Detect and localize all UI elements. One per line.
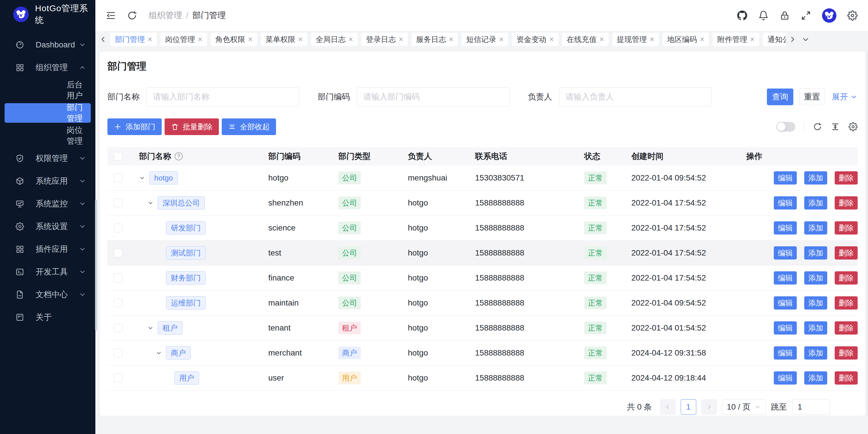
tab-menu-permission[interactable]: 菜单权限× <box>261 33 307 46</box>
department-name-tag[interactable]: 财务部门 <box>166 271 206 285</box>
tab-role[interactable]: 角色权限× <box>211 33 257 46</box>
leader-input[interactable] <box>559 87 712 106</box>
add-button[interactable]: 添加 <box>804 321 827 335</box>
tab-attachment[interactable]: 附件管理× <box>713 33 759 46</box>
tab-service-log[interactable]: 服务日志× <box>412 33 458 46</box>
close-icon[interactable]: × <box>348 36 353 44</box>
close-icon[interactable]: × <box>549 36 554 44</box>
next-page-button[interactable] <box>702 399 717 415</box>
tab-post[interactable]: 岗位管理× <box>161 33 207 46</box>
add-button[interactable]: 添加 <box>804 246 827 260</box>
close-icon[interactable]: × <box>298 36 303 44</box>
sidebar-item-about[interactable]: 关于 <box>5 308 91 327</box>
refresh-icon[interactable] <box>127 10 137 21</box>
chevron-down-icon[interactable] <box>147 200 158 206</box>
sidebar-item-department[interactable]: 部门管理 <box>5 103 91 123</box>
tab-login-log[interactable]: 登录日志× <box>361 33 408 46</box>
close-icon[interactable]: × <box>248 36 253 44</box>
department-name-input[interactable] <box>147 87 299 106</box>
department-name-tag[interactable]: 运维部门 <box>166 296 206 310</box>
add-button[interactable]: 添加 <box>804 196 827 209</box>
tab-withdraw[interactable]: 提现管理× <box>612 33 659 46</box>
department-name-tag[interactable]: 研发部门 <box>166 221 206 234</box>
sidebar-item-plugins[interactable]: 插件应用 <box>5 239 91 259</box>
row-checkbox[interactable] <box>114 324 122 332</box>
sidebar-item-system-settings[interactable]: 系统设置 <box>5 217 91 236</box>
tab-region-code[interactable]: 地区编码× <box>663 33 709 46</box>
edit-button[interactable]: 编辑 <box>774 346 797 359</box>
row-checkbox[interactable] <box>114 273 122 282</box>
add-button[interactable]: 添加 <box>804 296 827 310</box>
avatar[interactable] <box>822 8 836 23</box>
add-button[interactable]: 添加 <box>804 221 827 234</box>
edit-button[interactable]: 编辑 <box>774 371 797 384</box>
tabs-scroll-left-icon[interactable] <box>99 35 107 44</box>
lock-icon[interactable] <box>779 10 790 21</box>
row-checkbox[interactable] <box>114 374 122 382</box>
tab-notice[interactable]: 通知公告× <box>763 33 786 46</box>
close-icon[interactable]: × <box>148 36 152 44</box>
tab-fund-change[interactable]: 资金变动× <box>512 33 558 46</box>
row-checkbox[interactable] <box>114 174 122 182</box>
row-checkbox[interactable] <box>114 299 122 307</box>
gear-icon[interactable] <box>847 10 858 21</box>
sidebar-item-backend-users[interactable]: 后台用户 <box>5 81 91 100</box>
chevron-down-icon[interactable] <box>147 325 158 331</box>
delete-button[interactable]: 删除 <box>835 271 858 285</box>
sidebar-item-permission[interactable]: 权限管理 <box>5 149 91 168</box>
delete-button[interactable]: 删除 <box>835 296 858 310</box>
collapse-sidebar-icon[interactable] <box>106 10 116 21</box>
chevron-down-icon[interactable] <box>156 350 166 356</box>
close-icon[interactable]: × <box>399 36 403 44</box>
collapse-all-button[interactable]: 全部收起 <box>222 118 276 135</box>
select-all-checkbox[interactable] <box>114 152 122 161</box>
close-icon[interactable]: × <box>449 36 454 44</box>
close-icon[interactable]: × <box>499 36 503 44</box>
expand-toggle[interactable]: 展开 <box>832 91 858 102</box>
sidebar-item-system-app[interactable]: 系统应用 <box>5 171 91 191</box>
close-icon[interactable]: × <box>198 36 203 44</box>
edit-button[interactable]: 编辑 <box>774 196 797 209</box>
add-button[interactable]: 添加 <box>804 346 827 359</box>
striped-toggle[interactable] <box>776 122 795 132</box>
page-size-select[interactable]: 10 / 页 <box>722 399 766 415</box>
reset-button[interactable]: 重置 <box>799 89 825 105</box>
edit-button[interactable]: 编辑 <box>774 271 797 285</box>
column-settings-gear-icon[interactable] <box>848 122 858 132</box>
sidebar-item-post[interactable]: 岗位管理 <box>5 126 91 145</box>
delete-button[interactable]: 删除 <box>835 171 858 184</box>
close-icon[interactable]: × <box>700 36 705 44</box>
fullscreen-icon[interactable] <box>801 10 811 21</box>
content-scrollbar[interactable] <box>867 52 868 415</box>
delete-button[interactable]: 删除 <box>835 371 858 384</box>
edit-button[interactable]: 编辑 <box>774 221 797 234</box>
tabs-scroll-right-icon[interactable] <box>788 35 797 44</box>
close-icon[interactable]: × <box>599 36 604 44</box>
page-number-button[interactable]: 1 <box>681 399 696 415</box>
tab-sms-record[interactable]: 短信记录× <box>462 33 508 46</box>
department-name-tag[interactable]: 深圳总公司 <box>158 196 205 209</box>
edit-button[interactable]: 编辑 <box>774 321 797 335</box>
add-button[interactable]: 添加 <box>804 271 827 285</box>
edit-button[interactable]: 编辑 <box>774 246 797 260</box>
tab-global-log[interactable]: 全局日志× <box>311 33 358 46</box>
chevron-down-icon[interactable] <box>139 175 149 181</box>
query-button[interactable]: 查询 <box>767 89 793 105</box>
sidebar-item-dev-tools[interactable]: 开发工具 <box>5 262 91 282</box>
department-name-tag[interactable]: 租户 <box>158 321 182 335</box>
add-department-button[interactable]: 添加部门 <box>107 118 162 135</box>
delete-button[interactable]: 删除 <box>835 246 858 260</box>
delete-button[interactable]: 删除 <box>835 221 858 234</box>
sidebar-item-system-monitor[interactable]: 系统监控 <box>5 194 91 213</box>
row-checkbox[interactable] <box>114 199 122 207</box>
department-name-tag[interactable]: 测试部门 <box>166 246 206 260</box>
github-icon[interactable] <box>737 10 747 21</box>
row-checkbox[interactable] <box>114 249 122 257</box>
sidebar-item-docs[interactable]: 文档中心 <box>5 285 91 305</box>
breadcrumb-parent[interactable]: 组织管理 <box>149 10 182 21</box>
sidebar-item-organization[interactable]: 组织管理 <box>5 58 91 77</box>
sidebar-scrollbar-thumb[interactable] <box>95 200 97 330</box>
delete-button[interactable]: 删除 <box>835 196 858 209</box>
row-checkbox[interactable] <box>114 349 122 357</box>
batch-delete-button[interactable]: 批量删除 <box>164 118 219 135</box>
